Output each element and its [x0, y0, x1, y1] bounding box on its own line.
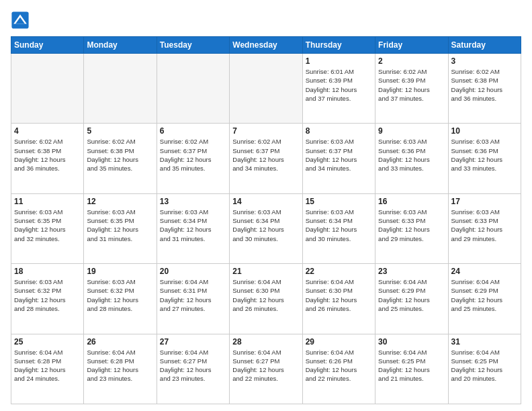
day-info: Sunrise: 6:02 AM Sunset: 6:37 PM Dayligh… — [160, 137, 226, 173]
day-number: 8 — [306, 126, 372, 136]
day-number: 23 — [378, 267, 445, 276]
day-info: Sunrise: 6:04 AM Sunset: 6:29 PM Dayligh… — [378, 277, 445, 313]
calendar-cell — [84, 54, 157, 124]
day-number: 21 — [232, 267, 299, 276]
day-number: 20 — [160, 267, 226, 276]
day-info: Sunrise: 6:03 AM Sunset: 6:35 PM Dayligh… — [14, 208, 81, 243]
day-info: Sunrise: 6:03 AM Sunset: 6:36 PM Dayligh… — [378, 137, 445, 173]
day-number: 30 — [378, 337, 445, 347]
day-number: 6 — [160, 126, 226, 136]
calendar-cell: 12Sunrise: 6:03 AM Sunset: 6:35 PM Dayli… — [84, 193, 157, 263]
day-number: 25 — [14, 337, 81, 347]
day-info: Sunrise: 6:03 AM Sunset: 6:33 PM Dayligh… — [451, 208, 518, 243]
calendar-cell — [11, 54, 84, 124]
day-number: 14 — [232, 197, 299, 206]
calendar-header: Sunday Monday Tuesday Wednesday Thursday… — [11, 37, 521, 54]
day-number: 17 — [451, 197, 518, 206]
day-number: 4 — [14, 126, 81, 136]
calendar-cell: 20Sunrise: 6:04 AM Sunset: 6:31 PM Dayli… — [157, 264, 229, 334]
calendar-cell: 8Sunrise: 6:03 AM Sunset: 6:37 PM Daylig… — [302, 124, 375, 193]
col-thursday: Thursday — [302, 37, 375, 54]
calendar-cell: 16Sunrise: 6:03 AM Sunset: 6:33 PM Dayli… — [375, 193, 448, 263]
logo-icon — [11, 11, 30, 30]
calendar-week-1: 1Sunrise: 6:01 AM Sunset: 6:39 PM Daylig… — [11, 54, 521, 124]
col-saturday: Saturday — [448, 37, 521, 54]
day-info: Sunrise: 6:04 AM Sunset: 6:28 PM Dayligh… — [87, 348, 153, 383]
col-monday: Monday — [84, 37, 157, 54]
day-number: 16 — [378, 197, 445, 206]
calendar-cell: 30Sunrise: 6:04 AM Sunset: 6:25 PM Dayli… — [375, 334, 448, 404]
calendar-cell: 3Sunrise: 6:02 AM Sunset: 6:38 PM Daylig… — [448, 54, 521, 124]
calendar-week-2: 4Sunrise: 6:02 AM Sunset: 6:38 PM Daylig… — [11, 124, 521, 193]
calendar-cell: 18Sunrise: 6:03 AM Sunset: 6:32 PM Dayli… — [11, 264, 84, 334]
day-number: 15 — [306, 197, 372, 206]
calendar-cell: 28Sunrise: 6:04 AM Sunset: 6:27 PM Dayli… — [230, 334, 302, 404]
col-friday: Friday — [375, 37, 448, 54]
calendar-cell: 15Sunrise: 6:03 AM Sunset: 6:34 PM Dayli… — [302, 193, 375, 263]
day-info: Sunrise: 6:04 AM Sunset: 6:31 PM Dayligh… — [160, 277, 226, 313]
calendar-cell: 2Sunrise: 6:02 AM Sunset: 6:39 PM Daylig… — [375, 54, 448, 124]
day-info: Sunrise: 6:04 AM Sunset: 6:28 PM Dayligh… — [14, 348, 81, 383]
calendar-cell: 26Sunrise: 6:04 AM Sunset: 6:28 PM Dayli… — [84, 334, 157, 404]
day-info: Sunrise: 6:04 AM Sunset: 6:30 PM Dayligh… — [232, 277, 299, 313]
calendar-cell: 4Sunrise: 6:02 AM Sunset: 6:38 PM Daylig… — [11, 124, 84, 193]
day-info: Sunrise: 6:03 AM Sunset: 6:37 PM Dayligh… — [306, 137, 372, 173]
calendar-cell: 13Sunrise: 6:03 AM Sunset: 6:34 PM Dayli… — [157, 193, 229, 263]
col-tuesday: Tuesday — [157, 37, 229, 54]
day-number: 22 — [306, 267, 372, 276]
page: Sunday Monday Tuesday Wednesday Thursday… — [0, 0, 532, 411]
day-info: Sunrise: 6:04 AM Sunset: 6:25 PM Dayligh… — [378, 348, 445, 383]
day-info: Sunrise: 6:03 AM Sunset: 6:34 PM Dayligh… — [232, 208, 299, 243]
calendar-cell — [157, 54, 229, 124]
calendar-table: Sunday Monday Tuesday Wednesday Thursday… — [11, 36, 521, 404]
day-info: Sunrise: 6:03 AM Sunset: 6:34 PM Dayligh… — [160, 208, 226, 243]
calendar-cell: 5Sunrise: 6:02 AM Sunset: 6:38 PM Daylig… — [84, 124, 157, 193]
header — [11, 11, 521, 30]
calendar-cell: 25Sunrise: 6:04 AM Sunset: 6:28 PM Dayli… — [11, 334, 84, 404]
calendar-cell: 17Sunrise: 6:03 AM Sunset: 6:33 PM Dayli… — [448, 193, 521, 263]
day-info: Sunrise: 6:03 AM Sunset: 6:32 PM Dayligh… — [14, 277, 81, 313]
day-info: Sunrise: 6:03 AM Sunset: 6:33 PM Dayligh… — [378, 208, 445, 243]
day-number: 12 — [87, 197, 153, 206]
day-info: Sunrise: 6:02 AM Sunset: 6:38 PM Dayligh… — [14, 137, 81, 173]
day-info: Sunrise: 6:03 AM Sunset: 6:36 PM Dayligh… — [451, 137, 518, 173]
day-info: Sunrise: 6:03 AM Sunset: 6:35 PM Dayligh… — [87, 208, 153, 243]
day-info: Sunrise: 6:04 AM Sunset: 6:27 PM Dayligh… — [160, 348, 226, 383]
day-number: 24 — [451, 267, 518, 276]
calendar-cell: 1Sunrise: 6:01 AM Sunset: 6:39 PM Daylig… — [302, 54, 375, 124]
col-wednesday: Wednesday — [230, 37, 302, 54]
calendar-cell: 9Sunrise: 6:03 AM Sunset: 6:36 PM Daylig… — [375, 124, 448, 193]
calendar-cell: 19Sunrise: 6:03 AM Sunset: 6:32 PM Dayli… — [84, 264, 157, 334]
calendar-cell — [230, 54, 302, 124]
calendar-week-3: 11Sunrise: 6:03 AM Sunset: 6:35 PM Dayli… — [11, 193, 521, 263]
day-info: Sunrise: 6:02 AM Sunset: 6:38 PM Dayligh… — [87, 137, 153, 173]
day-number: 26 — [87, 337, 153, 347]
day-info: Sunrise: 6:02 AM Sunset: 6:37 PM Dayligh… — [232, 137, 299, 173]
calendar-cell: 11Sunrise: 6:03 AM Sunset: 6:35 PM Dayli… — [11, 193, 84, 263]
calendar-cell: 31Sunrise: 6:04 AM Sunset: 6:25 PM Dayli… — [448, 334, 521, 404]
day-info: Sunrise: 6:03 AM Sunset: 6:32 PM Dayligh… — [87, 277, 153, 313]
day-info: Sunrise: 6:02 AM Sunset: 6:38 PM Dayligh… — [451, 67, 518, 103]
calendar-cell: 27Sunrise: 6:04 AM Sunset: 6:27 PM Dayli… — [157, 334, 229, 404]
day-info: Sunrise: 6:03 AM Sunset: 6:34 PM Dayligh… — [306, 208, 372, 243]
day-number: 11 — [14, 197, 81, 206]
day-info: Sunrise: 6:04 AM Sunset: 6:27 PM Dayligh… — [232, 348, 299, 383]
day-number: 27 — [160, 337, 226, 347]
day-number: 31 — [451, 337, 518, 347]
day-info: Sunrise: 6:02 AM Sunset: 6:39 PM Dayligh… — [378, 67, 445, 103]
calendar-cell: 10Sunrise: 6:03 AM Sunset: 6:36 PM Dayli… — [448, 124, 521, 193]
calendar-week-4: 18Sunrise: 6:03 AM Sunset: 6:32 PM Dayli… — [11, 264, 521, 334]
day-info: Sunrise: 6:01 AM Sunset: 6:39 PM Dayligh… — [306, 67, 372, 103]
calendar-cell: 24Sunrise: 6:04 AM Sunset: 6:29 PM Dayli… — [448, 264, 521, 334]
day-number: 3 — [451, 56, 518, 66]
day-number: 28 — [232, 337, 299, 347]
logo — [11, 11, 34, 30]
day-number: 19 — [87, 267, 153, 276]
day-number: 13 — [160, 197, 226, 206]
col-sunday: Sunday — [11, 37, 84, 54]
calendar-cell: 7Sunrise: 6:02 AM Sunset: 6:37 PM Daylig… — [230, 124, 302, 193]
day-number: 10 — [451, 126, 518, 136]
day-info: Sunrise: 6:04 AM Sunset: 6:29 PM Dayligh… — [451, 277, 518, 313]
day-info: Sunrise: 6:04 AM Sunset: 6:26 PM Dayligh… — [306, 348, 372, 383]
calendar-week-5: 25Sunrise: 6:04 AM Sunset: 6:28 PM Dayli… — [11, 334, 521, 404]
